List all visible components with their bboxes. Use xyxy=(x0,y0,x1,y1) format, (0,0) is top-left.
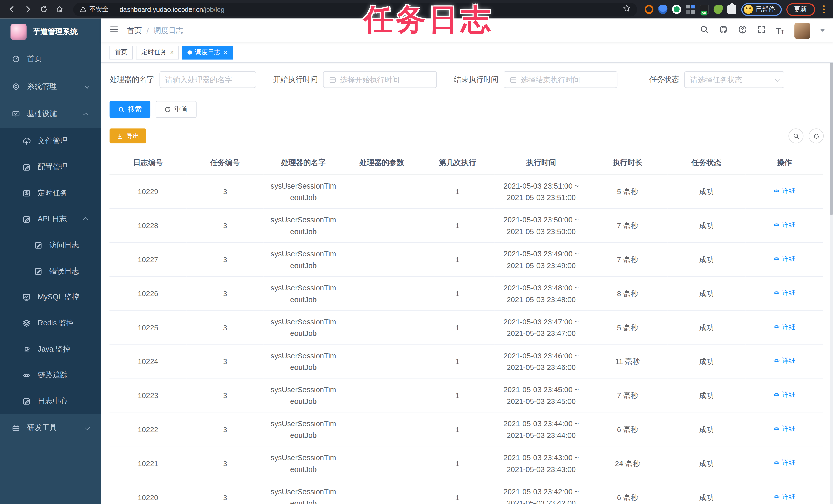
calendar-icon xyxy=(329,76,336,83)
table-cell: 详细 xyxy=(745,378,823,412)
sidebar-item-mysql-monitor[interactable]: MySQL 监控 xyxy=(0,284,101,310)
java-icon xyxy=(22,345,31,353)
header-search-icon[interactable] xyxy=(699,25,709,36)
sidebar-item-system-management[interactable]: 系统管理 xyxy=(0,73,101,100)
status-select[interactable] xyxy=(685,71,784,88)
table-cell: 10227 xyxy=(109,242,186,276)
home-icon[interactable] xyxy=(53,3,66,16)
profile-paused-badge[interactable]: 已暂停 xyxy=(741,3,782,16)
tab-label: 调度日志 xyxy=(195,48,221,57)
url-bar[interactable]: 不安全 dashboard.yudao.iocoder.cn/job/log xyxy=(73,2,637,16)
sidebar-item-home[interactable]: 首页 xyxy=(0,45,101,73)
eye-icon xyxy=(773,289,780,296)
detail-link[interactable]: 详细 xyxy=(773,219,795,231)
export-button[interactable]: 导出 xyxy=(109,128,146,143)
sidebar-item-file-management[interactable]: 文件管理 xyxy=(0,128,101,154)
forward-icon[interactable] xyxy=(21,3,34,16)
scrollbar[interactable] xyxy=(830,19,833,504)
detail-link[interactable]: 详细 xyxy=(773,287,795,299)
status-select-input[interactable] xyxy=(690,75,771,84)
table-cell: 详细 xyxy=(745,344,823,378)
table-cell xyxy=(343,276,420,310)
close-icon[interactable] xyxy=(224,49,228,55)
reload-icon[interactable] xyxy=(37,3,50,16)
fullscreen-icon[interactable] xyxy=(757,25,766,36)
table-row: 102233sysUserSessionTimeoutJob12021-05-0… xyxy=(109,378,823,412)
extension-orange-icon[interactable] xyxy=(644,5,653,14)
extension-on-badge-icon[interactable]: on xyxy=(699,5,709,14)
table-cell: 详细 xyxy=(745,412,823,446)
detail-link[interactable]: 详细 xyxy=(773,185,795,197)
status-label: 任务状态 xyxy=(649,75,685,84)
scrollbar-thumb[interactable] xyxy=(830,40,833,215)
detail-link[interactable]: 详细 xyxy=(773,457,795,469)
detail-link[interactable]: 详细 xyxy=(773,423,795,435)
table-cell: 成功 xyxy=(667,242,745,276)
handler-name-input[interactable] xyxy=(165,75,250,84)
sidebar-item-redis-monitor[interactable]: Redis 监控 xyxy=(0,310,101,336)
tab-home[interactable]: 首页 xyxy=(109,45,133,59)
sidebar-item-api-logs[interactable]: API 日志 xyxy=(0,206,101,232)
security-warning[interactable]: 不安全 xyxy=(80,5,108,14)
eye-icon xyxy=(773,222,780,228)
sidebar-item-label: 定时任务 xyxy=(38,188,67,198)
browser-update-button[interactable]: 更新 xyxy=(786,3,815,16)
sidebar-item-dev-tools[interactable]: 研发工具 xyxy=(0,414,101,442)
eye-icon xyxy=(773,425,780,432)
detail-link[interactable]: 详细 xyxy=(773,355,795,367)
breadcrumb-home[interactable]: 首页 xyxy=(127,26,142,35)
browser-menu-icon[interactable] xyxy=(820,5,828,13)
detail-link[interactable]: 详细 xyxy=(773,491,795,503)
table-cell: 3 xyxy=(186,310,263,344)
reset-button[interactable]: 重置 xyxy=(156,101,197,118)
font-size-icon[interactable]: TT xyxy=(776,26,784,35)
table-cell: 详细 xyxy=(745,446,823,480)
sidebar-item-label: 研发工具 xyxy=(27,423,57,433)
toggle-search-button[interactable] xyxy=(788,128,803,143)
tab-scheduled-tasks[interactable]: 定时任务 xyxy=(136,45,179,59)
end-time-input[interactable] xyxy=(521,75,612,84)
table-row: 102283sysUserSessionTimeoutJob12021-05-0… xyxy=(109,208,823,242)
table-cell: 1 xyxy=(420,310,495,344)
table-cell: sysUserSessionTimeoutJob xyxy=(263,480,343,504)
sidebar-item-error-logs[interactable]: 错误日志 xyxy=(0,258,101,284)
tab-job-log[interactable]: 调度日志 xyxy=(182,45,233,59)
avatar-caret-icon[interactable] xyxy=(820,29,825,32)
table-cell: 1 xyxy=(420,175,495,208)
sidebar-item-java-monitor[interactable]: Java 监控 xyxy=(0,336,101,362)
close-icon[interactable] xyxy=(170,49,174,55)
detail-link[interactable]: 详细 xyxy=(773,253,795,265)
sidebar-item-trace[interactable]: 链路追踪 xyxy=(0,362,101,388)
user-avatar[interactable] xyxy=(794,23,810,39)
table-cell xyxy=(343,344,420,378)
refresh-icon xyxy=(164,106,171,113)
search-button[interactable]: 搜索 xyxy=(109,101,150,118)
github-icon[interactable] xyxy=(719,25,728,36)
sidebar-item-scheduled-tasks[interactable]: 定时任务 xyxy=(0,180,101,206)
help-icon[interactable] xyxy=(738,25,747,36)
sidebar-item-infrastructure[interactable]: 基础设施 xyxy=(0,100,101,128)
back-icon[interactable] xyxy=(5,3,18,16)
sidebar-item-config-management[interactable]: 配置管理 xyxy=(0,154,101,180)
sidebar-item-log-center[interactable]: 日志中心 xyxy=(0,388,101,414)
extension-leaf-icon[interactable] xyxy=(713,5,722,14)
refresh-table-button[interactable] xyxy=(809,128,824,143)
sidebar-item-access-logs[interactable]: 访问日志 xyxy=(0,232,101,258)
extension-blue-icon[interactable] xyxy=(658,5,667,14)
table-cell: 1 xyxy=(420,242,495,276)
extension-green-check-icon[interactable] xyxy=(672,5,681,14)
table-cell: 成功 xyxy=(667,208,745,242)
extension-grid-icon[interactable] xyxy=(686,5,695,14)
table-cell xyxy=(343,242,420,276)
hamburger-icon[interactable] xyxy=(109,25,118,36)
table-cell: 2021-05-03 23:47:00 ~2021-05-03 23:47:00 xyxy=(495,310,588,344)
app-logo-row[interactable]: 芋道管理系统 xyxy=(0,19,101,45)
table-cell: 3 xyxy=(186,276,263,310)
extensions-puzzle-icon[interactable] xyxy=(727,5,736,14)
table-cell: 1 xyxy=(420,344,495,378)
bookmark-star-icon[interactable] xyxy=(622,4,630,14)
detail-link[interactable]: 详细 xyxy=(773,321,795,333)
begin-time-input[interactable] xyxy=(340,75,431,84)
detail-link[interactable]: 详细 xyxy=(773,389,795,401)
sidebar-item-label: 访问日志 xyxy=(49,240,79,250)
